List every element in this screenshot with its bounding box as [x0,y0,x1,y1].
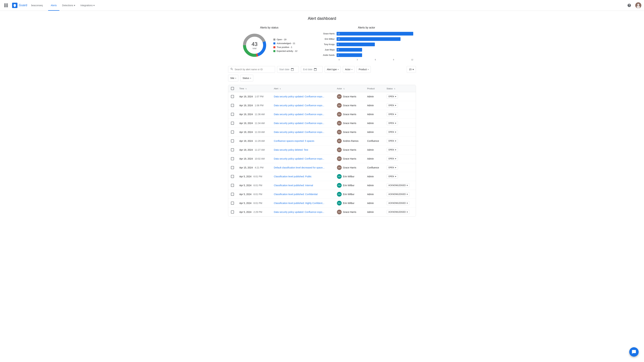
actor-cell-inner: GH Grace Harris [337,165,362,170]
app-logo[interactable]: Guard [12,3,27,8]
row-checkbox[interactable] [231,95,234,98]
site-filter[interactable]: Site ▾ [228,75,238,81]
row-checkbox[interactable] [231,184,234,187]
alert-link[interactable]: Classification level published: Confiden… [274,193,318,196]
bar-value: 4 [338,54,339,56]
alert-link[interactable]: Data security policy updated: Confluence… [274,113,324,116]
row-checkbox[interactable] [231,193,234,196]
status-badge[interactable]: ACKNOWLEDGED ▾ [386,210,410,214]
status-badge[interactable]: OPEN ▾ [386,174,398,178]
actor-cell-inner: GH Grace Harris [337,210,362,214]
status-badge[interactable]: OPEN ▾ [386,166,398,170]
actor-avatar: GH [337,130,342,134]
status-cell: OPEN ▾ [384,119,416,128]
status-badge[interactable]: OPEN ▾ [386,139,398,143]
alert-header[interactable]: Alert ⇅ [271,85,334,92]
alert-link[interactable]: Data security policy updated: Confluence… [274,95,324,98]
row-time: 1:07 PM [255,95,264,98]
row-checkbox[interactable] [231,157,234,160]
donut-legend: Open - 19 Acknowledged - 11 True positiv… [273,38,298,52]
alert-link[interactable]: Data security policy updated: Confluence… [274,122,324,124]
product-filter[interactable]: Product ▾ [356,66,371,73]
status-cell: OPEN ▾ [384,154,416,163]
app-name: Guard [19,3,27,7]
status-header[interactable]: Status ⇅ [384,85,416,92]
status-badge[interactable]: OPEN ▾ [386,148,398,152]
actor-avatar: AR [337,139,342,143]
table-row: Apr 19, 2024 11:36 AM Data security poli… [228,110,416,119]
row-checkbox[interactable] [231,113,234,116]
alert-link[interactable]: Data security policy updated: Confluence… [274,157,324,160]
product-cell: Admin [364,181,384,190]
row-checkbox[interactable] [231,166,234,169]
alert-link[interactable]: Data security policy updated: Confluence… [274,131,324,133]
product-value: Admin [367,122,374,124]
status-arrow: ▾ [407,202,408,204]
row-checkbox[interactable] [231,202,234,205]
status-badge[interactable]: OPEN ▾ [386,112,398,116]
actor-cell-inner: AR Andres Ramos [337,139,362,143]
row-checkbox[interactable] [231,175,234,178]
time-cell: Apr 19, 2024 11:29 AM [237,137,271,145]
end-date-input[interactable]: End date [301,66,323,73]
product-cell: Confluence [364,163,384,172]
product-cell: Admin [364,92,384,101]
row-checkbox[interactable] [231,139,234,142]
bar-chart-title: Alerts by actor [317,26,416,29]
bar-row: Tony Knopp 6 [320,42,413,46]
time-cell: Apr 19, 2024 10:02 AM [237,154,271,163]
apps-icon[interactable] [3,2,10,9]
search-box[interactable] [228,66,275,73]
status-badge[interactable]: ACKNOWLEDGED ▾ [386,183,410,187]
row-date: Apr 19, 2024 [239,157,253,160]
row-checkbox[interactable] [231,122,234,125]
row-checkbox[interactable] [231,104,234,107]
product-cell: Admin [364,199,384,208]
status-badge[interactable]: OPEN ▾ [386,103,398,107]
actor-filter[interactable]: Actor ▾ [343,66,354,73]
search-input[interactable] [234,68,273,71]
row-time: 11:29 AM [255,140,265,142]
alert-link[interactable]: Confluence spaces exported: 5 spaces [274,140,314,142]
alert-link[interactable]: Default classification level decreased f… [274,166,325,169]
time-cell: Apr 19, 2024 11:34 AM [237,119,271,128]
status-badge[interactable]: ACKNOWLEDGED ▾ [386,201,410,205]
row-checkbox[interactable] [231,211,234,214]
status-filter[interactable]: Status ▾ [240,75,253,81]
alert-link[interactable]: Data security policy updated: Confluence… [274,211,324,213]
row-checkbox[interactable] [231,148,234,151]
nav-integrations[interactable]: Integrations ▾ [78,0,97,11]
select-all-checkbox[interactable] [231,87,234,90]
actor-cell: GH Grace Harris [334,163,364,172]
status-badge[interactable]: OPEN ▾ [386,130,398,134]
alert-link[interactable]: Data security policy updated: Confluence… [274,104,324,107]
nav-alerts[interactable]: Alerts [48,0,60,11]
alert-link[interactable]: Classification level published: Public [274,175,312,178]
bar-label: Andre Sands [320,54,336,56]
status-badge[interactable]: OPEN ▾ [386,157,398,161]
status-badge[interactable]: OPEN ▾ [386,121,398,125]
start-date-input[interactable]: Start date [277,66,299,73]
donut-chart-title: Alerts by status [228,26,310,29]
nav-detections[interactable]: Detections ▾ [59,0,78,11]
row-time: 10:02 AM [255,157,265,160]
row-checkbox-cell [228,154,237,163]
help-icon[interactable] [626,2,632,9]
row-date: Apr 5, 2024 [239,193,252,196]
alerts-table-container: Time ⇅ Alert ⇅ Actor ⇅ Product [228,85,416,217]
user-avatar[interactable] [635,2,641,8]
row-checkbox[interactable] [231,131,234,134]
alert-link[interactable]: Data security policy deleted: Test [274,148,308,151]
actor-avatar: GH [337,121,342,125]
per-page-select[interactable]: 15 ▾ [407,66,416,73]
actor-header[interactable]: Actor ⇅ [334,85,364,92]
status-badge[interactable]: ACKNOWLEDGED ▾ [386,192,410,196]
alert-link[interactable]: Classification level published: Internal [274,184,313,187]
time-header[interactable]: Time ⇅ [237,85,271,92]
bar-chart: Grace Harris 12 Erin Wilbur 10 Tony Knop… [317,32,416,61]
alert-type-filter[interactable]: Alert type ▾ [325,66,341,73]
actor-cell: GH Grace Harris [334,208,364,217]
product-cell: Confluence [364,137,384,145]
alert-link[interactable]: Classification level published: Highly C… [274,202,324,204]
status-badge[interactable]: OPEN ▾ [386,94,398,98]
